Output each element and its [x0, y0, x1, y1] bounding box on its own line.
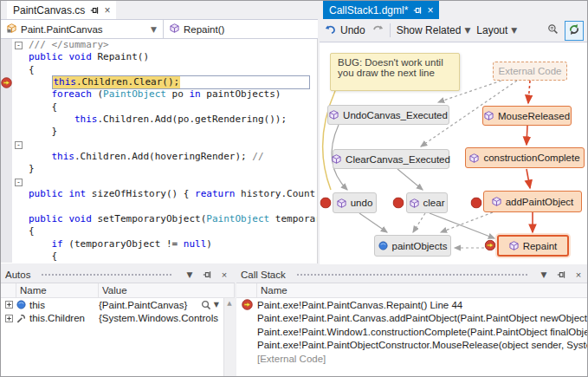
pin-icon[interactable]	[201, 270, 213, 279]
undo-button[interactable]: Undo	[325, 24, 365, 37]
breakpoint-margin[interactable]	[1, 163, 12, 175]
fold-margin[interactable]	[12, 88, 27, 101]
graph-node-external-code[interactable]: External Code	[493, 62, 567, 81]
pin-icon[interactable]	[555, 270, 567, 279]
fold-margin[interactable]	[12, 114, 27, 126]
sync-button[interactable]	[565, 21, 584, 41]
type-dropdown[interactable]: Paint.PaintCanvas ▼	[1, 20, 164, 38]
breakpoint-margin[interactable]	[1, 88, 12, 101]
scroll-up-icon[interactable]: ▲	[224, 298, 235, 309]
callstack-frame[interactable]: Paint.exe!Paint.Paint.Canvas.addPaintObj…	[236, 312, 588, 326]
close-icon[interactable]: ×	[427, 6, 433, 15]
member-dropdown[interactable]: Repaint()	[164, 20, 318, 38]
breakpoint-margin[interactable]	[1, 250, 12, 263]
graph-node-paintobjects[interactable]: paintObjects	[374, 235, 451, 257]
breakpoint-margin[interactable]	[1, 51, 12, 63]
code-line[interactable]: public void Repaint()	[1, 51, 317, 63]
code-line[interactable]: -/// </summary>	[1, 39, 317, 51]
code-line[interactable]: if (temporaryObject != null)	[1, 238, 317, 250]
breakpoint-margin[interactable]	[1, 151, 12, 163]
fold-margin[interactable]	[12, 64, 27, 76]
window-position-icon[interactable]: ▼	[184, 270, 196, 279]
fold-margin[interactable]	[12, 76, 27, 88]
callstack-frame[interactable]: Paint.exe!Paint.Window1.constructionComp…	[236, 325, 588, 339]
breakpoint-margin[interactable]	[1, 76, 12, 88]
fold-margin[interactable]: -	[12, 39, 27, 51]
column-header-name[interactable]: Name	[257, 283, 588, 297]
fold-margin[interactable]	[12, 238, 27, 250]
autos-titlebar[interactable]: Autos ▼ ×	[1, 266, 235, 283]
graph-node-constructioncomplete[interactable]: constructionComplete	[465, 147, 585, 168]
collapse-icon[interactable]: -	[15, 42, 23, 49]
close-icon[interactable]: ×	[572, 270, 585, 280]
code-line[interactable]: -	[1, 176, 317, 188]
fold-margin[interactable]: -	[12, 176, 27, 188]
code-line[interactable]: }	[1, 163, 317, 175]
breakpoint-icon[interactable]	[320, 198, 332, 209]
window-position-icon[interactable]: ▼	[538, 270, 550, 279]
graph-node-repaint[interactable]: Repaint	[497, 235, 569, 257]
code-line[interactable]: {	[1, 250, 317, 263]
breakpoint-margin[interactable]	[1, 139, 12, 151]
redo-button[interactable]	[372, 24, 384, 37]
breakpoint-icon[interactable]	[471, 198, 482, 209]
code-line[interactable]	[1, 200, 317, 212]
fold-margin[interactable]	[12, 151, 27, 163]
code-line[interactable]: {	[1, 64, 317, 76]
breakpoint-icon[interactable]	[393, 198, 404, 209]
collapse-icon[interactable]: -	[15, 179, 23, 186]
fold-margin[interactable]	[12, 200, 27, 212]
graph-node-clearcanvas-executed[interactable]: ClearCanvas_Executed	[333, 149, 449, 169]
breakpoint-margin[interactable]	[1, 238, 12, 250]
show-related-dropdown[interactable]: Show Related ▼	[397, 24, 471, 36]
drag-grip[interactable]	[41, 273, 173, 277]
code-line[interactable]: foreach (PaintObject po in paintObjects)	[1, 88, 317, 101]
scrollbar[interactable]: ▲	[223, 298, 235, 377]
fold-margin[interactable]: -	[12, 139, 27, 151]
callstack-frame[interactable]: [External Code]	[236, 352, 588, 366]
autos-row[interactable]: this{Paint.PaintCanvas}▼	[1, 298, 235, 312]
code-line[interactable]: {	[1, 101, 317, 114]
drag-grip[interactable]	[296, 273, 527, 277]
graph-canvas[interactable]: BUG: Doesn't work until you draw the nex…	[320, 42, 588, 264]
callstack-titlebar[interactable]: Call Stack ▼ ×	[236, 266, 588, 283]
fold-margin[interactable]	[12, 188, 27, 200]
breakpoint-margin[interactable]	[1, 188, 12, 200]
breakpoint-margin[interactable]	[1, 200, 12, 212]
breakpoint-margin[interactable]	[1, 176, 12, 188]
code-editor[interactable]: -/// </summary>public void Repaint(){ th…	[1, 39, 318, 263]
autos-row[interactable]: this.Children{System.Windows.Controls	[1, 312, 235, 326]
code-line[interactable]: -	[1, 139, 317, 151]
expand-icon[interactable]	[1, 301, 16, 309]
pin-icon[interactable]	[90, 6, 99, 15]
fold-margin[interactable]	[12, 101, 27, 114]
close-icon[interactable]: ×	[104, 6, 110, 15]
code-line[interactable]: this.Children.Add(hoveringRender); //	[1, 151, 317, 163]
fold-margin[interactable]	[12, 213, 27, 225]
column-header-name[interactable]: Name	[16, 283, 99, 297]
pin-icon[interactable]	[413, 6, 422, 15]
code-line[interactable]: this.Children.Add(po.getRendering());	[1, 114, 317, 126]
code-line[interactable]: public void setTemporaryObject(PaintObje…	[1, 213, 317, 225]
breakpoint-margin[interactable]	[1, 126, 12, 138]
layout-dropdown[interactable]: Layout ▼	[476, 24, 517, 36]
breakpoint-margin[interactable]	[1, 101, 12, 114]
graph-node-addpaintobject[interactable]: addPaintObject	[483, 191, 582, 212]
breakpoint-margin[interactable]	[1, 39, 12, 51]
breakpoint-margin[interactable]	[1, 225, 12, 237]
breakpoint-margin[interactable]	[1, 213, 12, 225]
fold-margin[interactable]	[12, 250, 27, 263]
tab-callstack-dgml[interactable]: CallStack1.dgml* ×	[323, 1, 439, 19]
graph-node-clear[interactable]: clear	[406, 192, 448, 213]
fold-margin[interactable]	[12, 163, 27, 175]
tab-paintcanvas[interactable]: PaintCanvas.cs ×	[7, 1, 116, 19]
code-line[interactable]: public int sizeOfHistory() { reaturn his…	[1, 188, 317, 200]
expand-icon[interactable]	[1, 315, 16, 322]
close-icon[interactable]: ×	[218, 270, 230, 280]
bug-annotation-note[interactable]: BUG: Doesn't work until you draw the nex…	[330, 53, 460, 91]
column-header-value[interactable]: Value	[99, 283, 235, 297]
zoom-to-fit-button[interactable]	[547, 23, 559, 37]
graph-node-undocanvas-executed[interactable]: UndoCanvas_Executed	[327, 105, 449, 125]
breakpoint-margin[interactable]	[1, 114, 12, 126]
callstack-frame[interactable]: Paint.exe!Paint.PaintCanvas.Repaint() Li…	[236, 298, 588, 312]
